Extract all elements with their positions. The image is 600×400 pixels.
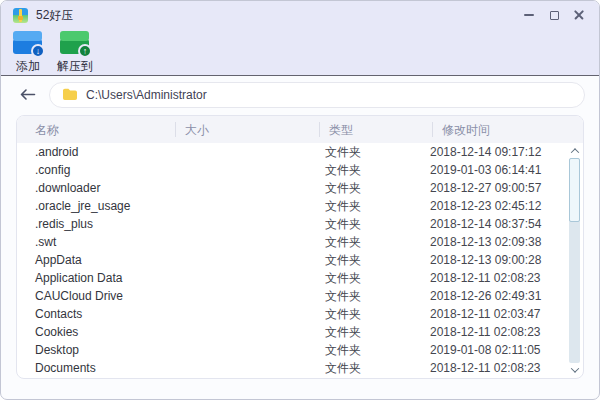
file-type: 文件夹 bbox=[325, 342, 361, 359]
file-name: Cookies bbox=[35, 325, 78, 339]
current-path: C:\Users\Administrator bbox=[86, 88, 207, 102]
file-type: 文件夹 bbox=[325, 306, 361, 323]
app-window: 52好压 ↓ 添加 ↑ 解压到 bbox=[0, 0, 600, 400]
toolbar: ↓ 添加 ↑ 解压到 bbox=[1, 29, 599, 76]
file-type: 文件夹 bbox=[325, 270, 361, 287]
file-name: Documents bbox=[35, 361, 96, 375]
app-logo-icon bbox=[13, 8, 28, 23]
table-row[interactable]: CAUCloud Drive 文件夹 2018-12-26 02:49:31 bbox=[17, 287, 583, 305]
file-type: 文件夹 bbox=[325, 288, 361, 305]
table-row[interactable]: Documents 文件夹 2018-12-11 02:08:23 bbox=[17, 359, 583, 377]
table-row[interactable]: Application Data 文件夹 2018-12-11 02:08:23 bbox=[17, 269, 583, 287]
archive-extract-icon: ↑ bbox=[60, 31, 90, 56]
file-name: .config bbox=[35, 163, 70, 177]
file-name: Application Data bbox=[35, 271, 122, 285]
table-row[interactable]: .redis_plus 文件夹 2018-12-14 08:37:54 bbox=[17, 215, 583, 233]
add-button-label: 添加 bbox=[16, 58, 40, 75]
file-type: 文件夹 bbox=[325, 198, 361, 215]
file-modified: 2018-12-11 02:08:23 bbox=[430, 361, 541, 375]
table-row[interactable]: AppData 文件夹 2018-12-13 09:00:28 bbox=[17, 251, 583, 269]
file-type: 文件夹 bbox=[325, 360, 361, 377]
table-row[interactable]: Desktop 文件夹 2019-01-08 02:11:05 bbox=[17, 341, 583, 359]
file-modified: 2019-01-03 06:14:41 bbox=[430, 163, 541, 177]
file-name: .oracle_jre_usage bbox=[35, 199, 130, 213]
address-row: C:\Users\Administrator bbox=[1, 76, 599, 113]
column-separator[interactable] bbox=[432, 122, 433, 137]
column-header-type[interactable]: 类型 bbox=[329, 121, 353, 138]
scroll-down-icon[interactable] bbox=[568, 364, 581, 376]
file-name: .downloader bbox=[35, 181, 100, 195]
file-list-body: .android 文件夹 2018-12-14 09:17:12 .config… bbox=[17, 143, 583, 377]
scrollbar-thumb[interactable] bbox=[569, 158, 580, 222]
address-bar-input[interactable]: C:\Users\Administrator bbox=[49, 82, 585, 108]
back-arrow-icon bbox=[19, 88, 36, 101]
file-modified: 2018-12-27 09:00:57 bbox=[430, 181, 541, 195]
window-title: 52好压 bbox=[36, 7, 73, 24]
table-row[interactable]: .downloader 文件夹 2018-12-27 09:00:57 bbox=[17, 179, 583, 197]
column-separator[interactable] bbox=[319, 122, 320, 137]
file-name: CAUCloud Drive bbox=[35, 289, 123, 303]
file-name: .redis_plus bbox=[35, 217, 93, 231]
file-modified: 2018-12-14 09:17:12 bbox=[430, 145, 541, 159]
file-name: AppData bbox=[35, 253, 82, 267]
file-name: .swt bbox=[35, 235, 56, 249]
add-button[interactable]: ↓ 添加 bbox=[13, 31, 43, 75]
file-modified: 2018-12-11 02:03:47 bbox=[430, 307, 541, 321]
extract-to-button[interactable]: ↑ 解压到 bbox=[57, 31, 93, 75]
vertical-scrollbar[interactable] bbox=[568, 145, 581, 376]
file-modified: 2018-12-11 02:08:23 bbox=[430, 325, 541, 339]
maximize-icon[interactable] bbox=[546, 7, 562, 23]
table-row[interactable]: Contacts 文件夹 2018-12-11 02:03:47 bbox=[17, 305, 583, 323]
column-header-name[interactable]: 名称 bbox=[35, 121, 59, 138]
table-row[interactable]: .config 文件夹 2019-01-03 06:14:41 bbox=[17, 161, 583, 179]
titlebar: 52好压 bbox=[1, 1, 599, 29]
minimize-icon[interactable] bbox=[521, 7, 537, 23]
scroll-up-icon[interactable] bbox=[568, 145, 581, 157]
file-type: 文件夹 bbox=[325, 252, 361, 269]
folder-icon bbox=[62, 88, 78, 101]
file-modified: 2018-12-13 02:09:38 bbox=[430, 235, 541, 249]
file-modified: 2018-12-13 09:00:28 bbox=[430, 253, 541, 267]
column-header-modified[interactable]: 修改时间 bbox=[442, 121, 490, 138]
file-type: 文件夹 bbox=[325, 144, 361, 161]
file-modified: 2018-12-14 08:37:54 bbox=[430, 217, 541, 231]
file-modified: 2018-12-23 02:45:12 bbox=[430, 199, 541, 213]
table-row[interactable]: .swt 文件夹 2018-12-13 02:09:38 bbox=[17, 233, 583, 251]
file-type: 文件夹 bbox=[325, 324, 361, 341]
file-modified: 2018-12-11 02:08:23 bbox=[430, 271, 541, 285]
file-type: 文件夹 bbox=[325, 234, 361, 251]
file-list: 名称 大小 类型 修改时间 .android 文件夹 2018-12-14 09… bbox=[16, 115, 584, 379]
column-header-size[interactable]: 大小 bbox=[185, 121, 209, 138]
file-list-header: 名称 大小 类型 修改时间 bbox=[17, 116, 583, 143]
file-type: 文件夹 bbox=[325, 162, 361, 179]
table-row[interactable]: Cookies 文件夹 2018-12-11 02:08:23 bbox=[17, 323, 583, 341]
back-button[interactable] bbox=[17, 85, 37, 105]
table-row[interactable]: .oracle_jre_usage 文件夹 2018-12-23 02:45:1… bbox=[17, 197, 583, 215]
file-name: Desktop bbox=[35, 343, 79, 357]
scrollbar-track[interactable] bbox=[569, 158, 580, 363]
file-name: Contacts bbox=[35, 307, 82, 321]
file-type: 文件夹 bbox=[325, 180, 361, 197]
file-type: 文件夹 bbox=[325, 216, 361, 233]
archive-add-icon: ↓ bbox=[13, 31, 43, 56]
file-name: .android bbox=[35, 145, 78, 159]
column-separator[interactable] bbox=[175, 122, 176, 137]
file-modified: 2018-12-26 02:49:31 bbox=[430, 289, 541, 303]
extract-to-button-label: 解压到 bbox=[57, 58, 93, 75]
file-modified: 2019-01-08 02:11:05 bbox=[430, 343, 541, 357]
table-row[interactable]: .android 文件夹 2018-12-14 09:17:12 bbox=[17, 143, 583, 161]
close-icon[interactable] bbox=[571, 7, 587, 23]
